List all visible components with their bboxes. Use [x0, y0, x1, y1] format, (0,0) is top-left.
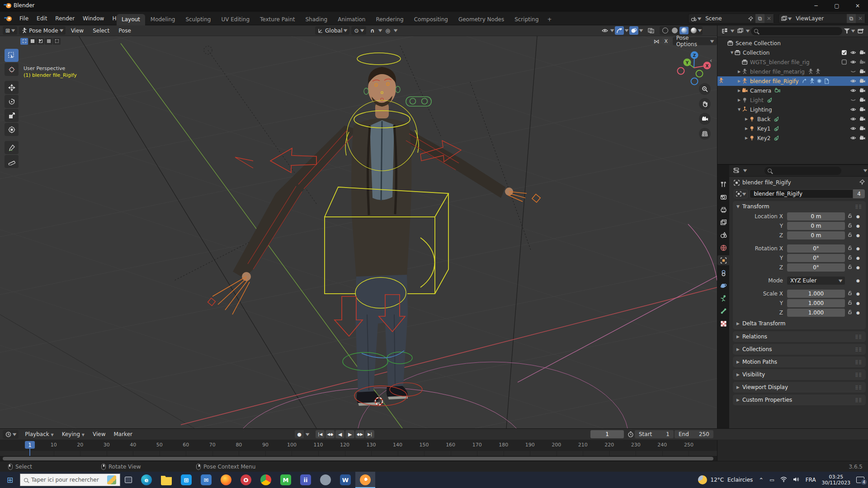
object-name-input[interactable]: blender file_Rigify [750, 189, 853, 198]
current-frame-field[interactable]: 1 [590, 430, 624, 438]
language-indicator[interactable]: FRA [806, 477, 816, 483]
taskbar-search-input[interactable]: Taper ici pour rechercher [20, 474, 120, 486]
tool-select-box[interactable] [5, 49, 19, 62]
timeline-menu-keying[interactable]: Keying ▼ [58, 430, 88, 439]
proportional-editing-icon[interactable]: ◎ [383, 26, 392, 35]
viewlayer-copy-button[interactable]: ⧉ [847, 14, 856, 23]
outliner-row[interactable]: ▼Lighting [717, 105, 868, 114]
camera-icon[interactable] [859, 135, 865, 141]
volume-icon[interactable] [793, 477, 800, 483]
value-field[interactable]: 0° [787, 263, 845, 272]
armature-blue-icon[interactable] [809, 78, 815, 84]
animate-dot[interactable]: ● [855, 224, 861, 228]
data-icon[interactable] [824, 78, 830, 84]
lock-icon[interactable] [845, 255, 855, 261]
select-mode-intersect[interactable] [53, 38, 61, 45]
camera-icon[interactable] [859, 88, 865, 94]
outliner-row[interactable]: ▼Collection [717, 48, 868, 57]
menu-window[interactable]: Window [79, 14, 108, 23]
task-view-button[interactable] [120, 472, 137, 488]
start-button[interactable]: ⊞ [0, 472, 20, 488]
value-field[interactable]: 0 m [787, 222, 845, 230]
light-data-icon[interactable] [774, 126, 779, 131]
properties-tab-bone[interactable] [717, 306, 729, 316]
panel-header[interactable]: ▶Collections⣿⣿ [733, 344, 866, 355]
shading-solid-button[interactable] [670, 27, 679, 34]
menu-view[interactable]: View [67, 26, 87, 35]
light-data-icon[interactable] [774, 135, 779, 141]
taskbar-app-store[interactable]: ⊞ [176, 472, 196, 488]
taskbar-clock[interactable]: 03:25 30/11/2023 [822, 474, 850, 486]
mirror-x-toggle[interactable]: X [662, 38, 670, 45]
taskbar-app-mail[interactable]: ✉ [196, 472, 216, 488]
animate-dot[interactable]: ● [855, 214, 861, 219]
play-reverse-button[interactable]: ◀ [335, 430, 344, 438]
outliner-item-label[interactable]: blender file_Rigify [750, 78, 799, 84]
workspace-tab-layout[interactable]: Layout [117, 14, 145, 25]
light-icon[interactable] [749, 135, 755, 141]
expander-icon[interactable]: ▶ [736, 70, 742, 74]
workspace-tab-uv-editing[interactable]: UV Editing [216, 14, 255, 25]
panel-header[interactable]: ▶Visibility⣿⣿ [733, 369, 866, 380]
scene-name[interactable]: Scene [703, 14, 746, 23]
menu-pose[interactable]: Pose [115, 26, 135, 35]
filter-funnel-icon[interactable] [844, 28, 850, 33]
zoom-tool-button[interactable] [699, 83, 711, 95]
minimize-button[interactable]: ─ [806, 0, 826, 12]
properties-tab-scene[interactable] [717, 230, 729, 240]
workspace-tab-sculpting[interactable]: Sculpting [180, 14, 216, 25]
properties-tab-render[interactable] [717, 192, 729, 202]
value-field[interactable]: 1.000 [787, 299, 845, 307]
pivot-point-dropdown[interactable]: ⊙▼ [351, 26, 366, 35]
expander-icon[interactable]: ▶ [736, 79, 742, 83]
animate-dot[interactable]: ● [855, 291, 861, 296]
mode-dropdown[interactable]: Pose Mode▼ [19, 26, 65, 35]
outliner-item-label[interactable]: Scene Collection [736, 40, 781, 47]
properties-tab-texture[interactable] [717, 319, 729, 328]
light-icon[interactable] [749, 126, 755, 131]
tablet-mode-icon[interactable]: ▭ [769, 477, 774, 483]
outliner-item-label[interactable]: blender file_metarig [750, 69, 805, 75]
eye-icon[interactable] [850, 126, 856, 131]
rotation-mode-dropdown[interactable]: XYZ Euler▼ [787, 277, 845, 285]
orientation-dropdown[interactable]: Global▼ [315, 26, 349, 35]
camera-icon[interactable] [859, 116, 865, 122]
workspace-tab-compositing[interactable]: Compositing [409, 14, 453, 25]
panel-header[interactable]: ▶Relations⣿⣿ [733, 331, 866, 342]
outliner-item-label[interactable]: Back [757, 116, 770, 122]
expander-icon[interactable]: ▶ [736, 98, 742, 102]
eye-icon[interactable] [850, 59, 856, 65]
value-field[interactable]: 0° [787, 254, 845, 262]
camera-data-icon[interactable] [774, 88, 780, 94]
eye-icon[interactable] [850, 88, 856, 94]
lock-icon[interactable] [845, 232, 855, 239]
animate-dot[interactable]: ● [855, 265, 861, 270]
panel-header[interactable]: ▶Motion Paths⣿⣿ [733, 357, 866, 367]
outliner-row[interactable]: WGTS_blender file_rig [717, 57, 868, 67]
outliner-row[interactable]: ▶Camera [717, 86, 868, 95]
eye-icon[interactable] [850, 116, 856, 122]
armature-muted-icon[interactable] [808, 69, 814, 75]
3d-viewport[interactable]: ⊞▼ Pose Mode▼ View Select Pose Global▼ ⊙… [0, 25, 717, 428]
tool-cursor[interactable] [5, 63, 19, 76]
armature-muted-icon[interactable] [815, 69, 821, 75]
add-workspace-button[interactable]: + [544, 14, 555, 25]
check-icon[interactable] [841, 50, 847, 56]
animate-dot[interactable]: ● [855, 246, 861, 251]
taskbar-app-word[interactable]: W [335, 472, 355, 488]
properties-tab-physics[interactable] [717, 281, 729, 291]
taskbar-app-camera-app[interactable] [316, 472, 335, 488]
shading-material-button[interactable] [679, 27, 689, 34]
jump-to-start-button[interactable]: |◀ [316, 430, 325, 438]
select-mode-set[interactable] [20, 38, 28, 45]
lock-icon[interactable] [845, 245, 855, 252]
timeline-editor-type-button[interactable]: ▼ [3, 430, 19, 439]
taskbar-app-edge[interactable]: e [137, 472, 156, 488]
close-button[interactable]: ✕ [847, 0, 868, 12]
camera-icon[interactable] [859, 50, 865, 56]
panel-header[interactable]: ▶Custom Properties⣿⣿ [733, 394, 866, 405]
armature-icon[interactable] [742, 78, 748, 84]
overlays-toggle[interactable] [629, 26, 638, 35]
properties-tab-object-data[interactable] [717, 293, 729, 303]
properties-tab-tool[interactable] [717, 179, 729, 189]
